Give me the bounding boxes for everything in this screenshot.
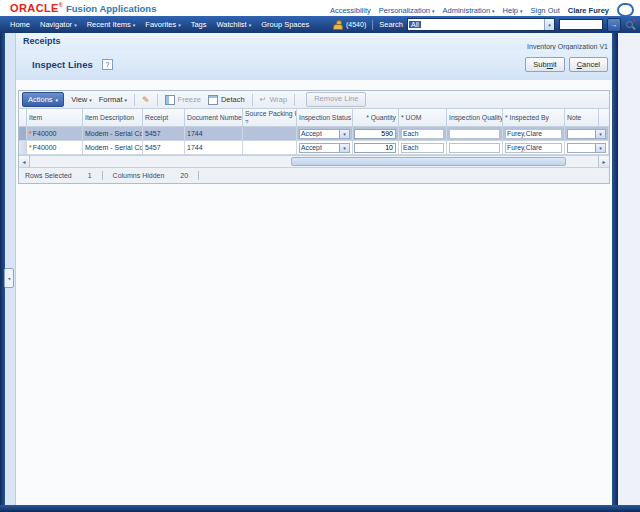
spu-label: Source Packing Unit (245, 110, 297, 117)
inspection-quality-field[interactable] (449, 129, 500, 139)
chevron-down-icon: ▾ (178, 22, 181, 28)
cell-source-packing-unit (243, 127, 297, 140)
cell-inspection-status: Accept▾ (297, 141, 353, 154)
sign-out-link[interactable]: Sign Out (531, 6, 560, 15)
chevron-down-icon: ▾ (249, 22, 252, 28)
table-row[interactable]: *F40000 Modem - Serial Co... 5457 1744 A… (19, 141, 609, 155)
help-label: Help (503, 6, 518, 15)
global-search-input[interactable] (559, 19, 603, 30)
wrap-label: Wrap (269, 95, 287, 104)
cell-note: ▾ (565, 141, 609, 154)
cell-item-description: Modem - Serial Co... (83, 127, 143, 140)
search-label: Search (379, 20, 403, 29)
personalization-menu[interactable]: Personalization▾ (379, 6, 435, 15)
column-header-inspection-status: Inspection Status (297, 109, 353, 126)
cell-item: *F40000 (27, 141, 83, 154)
uom-field[interactable]: Each (401, 129, 444, 139)
saved-search-icon[interactable] (625, 19, 636, 30)
table-header-row: Item Item Description Receipt Document N… (19, 109, 609, 127)
horizontal-scrollbar: ◄ ► (19, 155, 609, 167)
help-icon[interactable]: ? (102, 59, 113, 70)
chevron-down-icon: ▾ (89, 97, 92, 103)
chevron-down-icon: ▾ (492, 8, 495, 14)
chevron-down-icon[interactable]: ▾ (595, 130, 605, 138)
top-bar: ORACLE® Fusion Applications Accessibilit… (0, 0, 640, 16)
chevron-down-icon: ▾ (125, 97, 128, 103)
column-header-source-packing-unit: Source Packing Unit? (243, 109, 297, 126)
nav-item-recent-items[interactable]: Recent Items▾ (87, 20, 136, 29)
scrollbar-thumb[interactable] (291, 157, 566, 166)
quantity-input[interactable] (354, 143, 396, 153)
nav-item-group-spaces[interactable]: Group Spaces (261, 20, 309, 29)
nav-item-favorites[interactable]: Favorites▾ (145, 20, 180, 29)
cell-inspected-by: Furey,Clare (503, 141, 565, 154)
note-select[interactable]: ▾ (567, 143, 606, 153)
chevron-down-icon: ▾ (133, 22, 136, 28)
page-bottom-border (0, 505, 640, 512)
nav-item-watchlist[interactable]: Watchlist▾ (217, 20, 252, 29)
cancel-button[interactable]: Cancel (569, 57, 608, 72)
search-scope-select[interactable]: All ▾ (407, 18, 555, 31)
registered-mark: ® (59, 2, 63, 8)
chevron-down-icon: ▾ (74, 22, 77, 28)
row-header-cell[interactable] (19, 141, 27, 154)
inspection-quality-field[interactable] (449, 143, 500, 153)
toolbar-separator (157, 94, 158, 106)
cell-item-description: Modem - Serial Co... (83, 141, 143, 154)
nav-search-cluster: (4540) Search All ▾ → (333, 16, 636, 33)
help-menu[interactable]: Help▾ (503, 6, 523, 15)
search-go-button[interactable]: → (607, 18, 621, 32)
app-title: Fusion Applications (66, 3, 156, 14)
chevron-down-icon: ▾ (56, 97, 59, 103)
nav-item-tags[interactable]: Tags (191, 20, 207, 29)
panel-collapse-handle[interactable]: ◄ (4, 268, 14, 288)
inspection-status-select[interactable]: Accept▾ (299, 129, 350, 139)
remove-line-button[interactable]: Remove Line (306, 92, 366, 107)
modified-marker: * (29, 130, 32, 137)
chevron-down-icon[interactable]: ▾ (544, 19, 554, 30)
inspected-by-field[interactable]: Furey,Clare (505, 129, 562, 139)
administration-menu[interactable]: Administration▾ (443, 6, 495, 15)
column-header-item-description: Item Description (83, 109, 143, 126)
view-menu-button[interactable]: View▾ (71, 95, 92, 104)
toolbar-separator (294, 94, 295, 106)
detach-label: Detach (221, 95, 245, 104)
administration-label: Administration (443, 6, 491, 15)
panel-header: Inspect Lines ? Submit Cancel (16, 50, 612, 80)
inspection-status-select[interactable]: Accept▾ (299, 143, 350, 153)
cell-document-number: 1744 (185, 127, 243, 140)
navigator-label: Navigator (40, 20, 72, 29)
chevron-down-icon[interactable]: ▾ (595, 144, 605, 152)
quantity-input[interactable] (354, 129, 396, 139)
submit-button[interactable]: Submit (525, 57, 564, 72)
note-select[interactable]: ▾ (567, 129, 606, 139)
table-row[interactable]: *F40000 Modem - Serial Co... 5457 1744 A… (19, 127, 609, 141)
uom-field[interactable]: Each (401, 143, 444, 153)
view-label: View (71, 95, 87, 104)
chevron-down-icon[interactable]: ▾ (339, 144, 349, 152)
scroll-left-button[interactable]: ◄ (19, 156, 30, 167)
conversation-icon[interactable] (617, 3, 634, 17)
inspected-by-field[interactable]: Furey,Clare (505, 143, 562, 153)
scrollbar-track[interactable] (30, 156, 598, 167)
nav-item-navigator[interactable]: Navigator▾ (40, 20, 77, 29)
submit-label-pre: Sub (533, 60, 546, 69)
watchlist-count[interactable]: (4540) (346, 21, 366, 28)
edit-pencil-icon[interactable]: ✎ (142, 95, 150, 105)
rows-selected-label: Rows Selected (25, 172, 72, 179)
nav-item-home[interactable]: Home (10, 20, 30, 29)
format-menu-button[interactable]: Format▾ (99, 95, 127, 104)
scroll-right-button[interactable]: ► (598, 156, 609, 167)
spu-help-icon[interactable]: ? (245, 120, 248, 125)
detach-button[interactable]: Detach (208, 95, 245, 105)
user-name: Clare Furey (568, 6, 609, 15)
chevron-down-icon[interactable]: ▾ (339, 130, 349, 138)
freeze-button[interactable]: Freeze (165, 95, 201, 105)
cell-quantity (353, 141, 399, 154)
row-header-cell[interactable] (19, 127, 27, 140)
wrap-button[interactable]: ↵Wrap (260, 95, 288, 104)
cell-receipt: 5457 (143, 141, 185, 154)
actions-menu-button[interactable]: Actions▾ (22, 92, 64, 107)
accessibility-link[interactable]: Accessibility (330, 6, 371, 15)
application-window: ORACLE® Fusion Applications Accessibilit… (0, 0, 640, 512)
